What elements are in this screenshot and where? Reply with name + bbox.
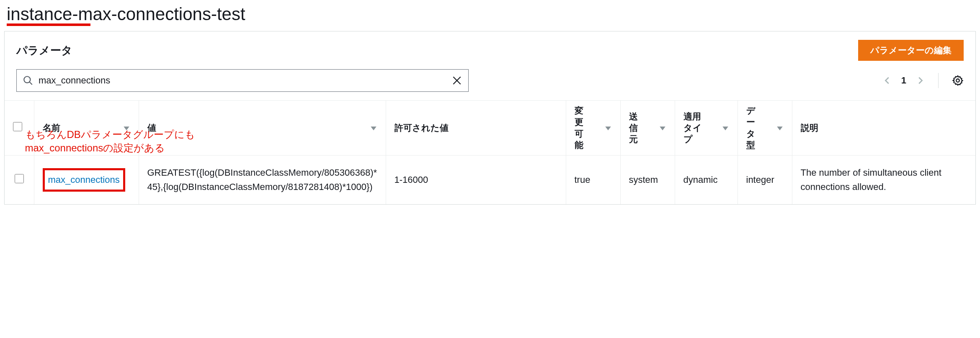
svg-marker-6	[371, 126, 377, 130]
parameters-table: 名前 値 許可された値	[5, 100, 975, 204]
svg-marker-10	[777, 126, 783, 130]
parameter-source: system	[620, 155, 675, 204]
column-header-label: データ型	[746, 105, 756, 151]
parameter-data-type: integer	[738, 155, 792, 204]
svg-point-4	[956, 79, 959, 82]
column-header-source[interactable]: 送信元	[620, 101, 675, 155]
annotation-note: もちろんDBパラメータグループにも max_connectionsの設定がある	[25, 128, 195, 155]
parameter-apply-type: dynamic	[675, 155, 738, 204]
parameters-panel: パラメータ パラメーターの編集 1	[4, 31, 976, 205]
column-header-label: 説明	[801, 121, 818, 135]
column-header-label: 許可された値	[395, 121, 449, 135]
column-header-label: 適用タイプ	[683, 111, 702, 145]
annotation-line2: max_connectionsの設定がある	[25, 141, 195, 155]
parameter-allowed: 1-16000	[386, 155, 566, 204]
parameter-modifiable: true	[566, 155, 620, 204]
column-header-modifiable[interactable]: 変更可能	[566, 101, 620, 155]
sort-icon	[370, 124, 377, 132]
sort-icon	[776, 124, 784, 132]
select-all-checkbox[interactable]	[13, 122, 22, 131]
next-page-icon[interactable]	[916, 76, 925, 85]
prev-page-icon[interactable]	[883, 76, 892, 85]
column-header-data-type[interactable]: データ型	[738, 101, 792, 155]
settings-gear-icon[interactable]	[952, 75, 964, 86]
panel-header: パラメータ パラメーターの編集	[5, 31, 975, 69]
table-row: もちろんDBパラメータグループにも max_connectionsの設定がある …	[5, 155, 975, 204]
pagination: 1	[883, 73, 964, 88]
sort-icon	[659, 124, 666, 132]
panel-title: パラメータ	[16, 43, 72, 58]
column-header-label: 変更可能	[575, 105, 583, 151]
divider	[938, 73, 939, 88]
annotation-line1: もちろんDBパラメータグループにも	[25, 128, 195, 141]
parameter-name-link[interactable]: max_connections	[48, 174, 120, 185]
search-icon	[23, 75, 34, 86]
page-header: instance-max-connections-test	[4, 4, 976, 31]
sort-icon	[722, 124, 729, 132]
svg-marker-7	[605, 126, 611, 130]
search-field[interactable]	[16, 69, 469, 92]
svg-point-0	[24, 76, 30, 83]
column-header-apply-type[interactable]: 適用タイプ	[675, 101, 738, 155]
row-checkbox[interactable]	[15, 174, 24, 183]
svg-marker-9	[722, 126, 728, 130]
column-header-label: 送信元	[629, 111, 638, 145]
column-header-allowed[interactable]: 許可された値	[386, 101, 566, 155]
column-header-description[interactable]: 説明	[792, 101, 975, 155]
page-number: 1	[901, 75, 906, 86]
svg-line-1	[29, 82, 32, 85]
page-title: instance-max-connections-test	[7, 4, 245, 24]
parameter-value: GREATEST({log(DBInstanceClassMemory/8053…	[147, 166, 377, 194]
annotation-highlight: max_connections	[43, 168, 125, 192]
clear-search-icon[interactable]	[451, 75, 462, 86]
search-input[interactable]	[39, 70, 451, 91]
edit-parameters-button[interactable]: パラメーターの編集	[858, 40, 964, 61]
toolbar: 1	[5, 69, 975, 100]
parameter-description: The number of simultaneous client connec…	[801, 166, 967, 194]
sort-icon	[604, 124, 612, 132]
svg-marker-8	[660, 126, 665, 130]
